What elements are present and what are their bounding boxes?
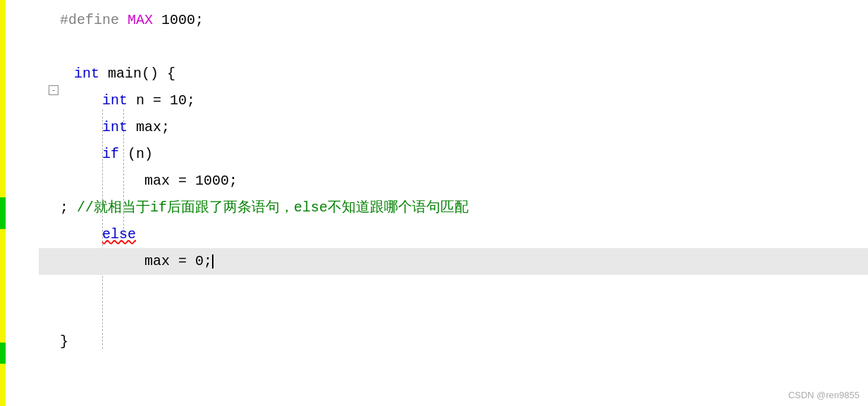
code-line-8: ; //就相当于if后面跟了两条语句，else不知道跟哪个语句匹配	[39, 195, 868, 221]
token-indent3	[60, 141, 102, 168]
code-line-3: int main() {	[39, 61, 868, 87]
code-line-6: if (n)	[39, 141, 868, 168]
text-cursor	[212, 254, 213, 269]
code-line-4: int n = 10;	[39, 87, 868, 114]
token-indent1	[60, 87, 102, 114]
token-indent5	[60, 221, 102, 248]
code-area: - #define MAX 1000; int main() { int n =…	[39, 0, 868, 406]
token-n: n = 10;	[128, 87, 195, 114]
token-semicolon: ;	[60, 195, 77, 221]
left-gutter	[0, 0, 39, 406]
code-line-5: int max;	[39, 114, 868, 141]
token-else: else	[102, 221, 136, 248]
green-indicator-top	[0, 197, 6, 229]
token-close-brace: }	[60, 328, 68, 355]
token-value: 1000;	[153, 7, 204, 34]
green-indicator-bottom	[0, 343, 6, 364]
token-int-kw3: int	[102, 114, 128, 141]
token-int-kw2: int	[102, 87, 128, 114]
token-max: max;	[128, 114, 170, 141]
token-assign2: max = 0;	[144, 248, 212, 275]
code-line-11	[39, 275, 868, 302]
code-line-1: #define MAX 1000;	[39, 7, 868, 34]
code-line-7: max = 1000;	[39, 168, 868, 195]
token-int-kw: int	[74, 61, 99, 87]
token-cond: (n)	[119, 141, 153, 168]
token-assign1: max = 1000;	[144, 168, 237, 195]
token-comment: //就相当于if后面跟了两条语句，else不知道跟哪个语句匹配	[77, 195, 469, 221]
token-indent4	[60, 168, 144, 195]
csdn-watermark: CSDN @ren9855	[788, 390, 860, 400]
token-if: if	[102, 141, 119, 168]
code-line-9: else	[39, 221, 868, 248]
token-main: main() {	[99, 61, 175, 87]
token-macro: MAX	[128, 7, 153, 34]
editor-container: - #define MAX 1000; int main() { int n =…	[0, 0, 868, 406]
code-line-10: max = 0;	[39, 248, 868, 275]
code-line-13: }	[39, 328, 868, 355]
code-line-2	[39, 34, 868, 61]
code-line-12	[39, 302, 868, 328]
token-indent2	[60, 114, 102, 141]
